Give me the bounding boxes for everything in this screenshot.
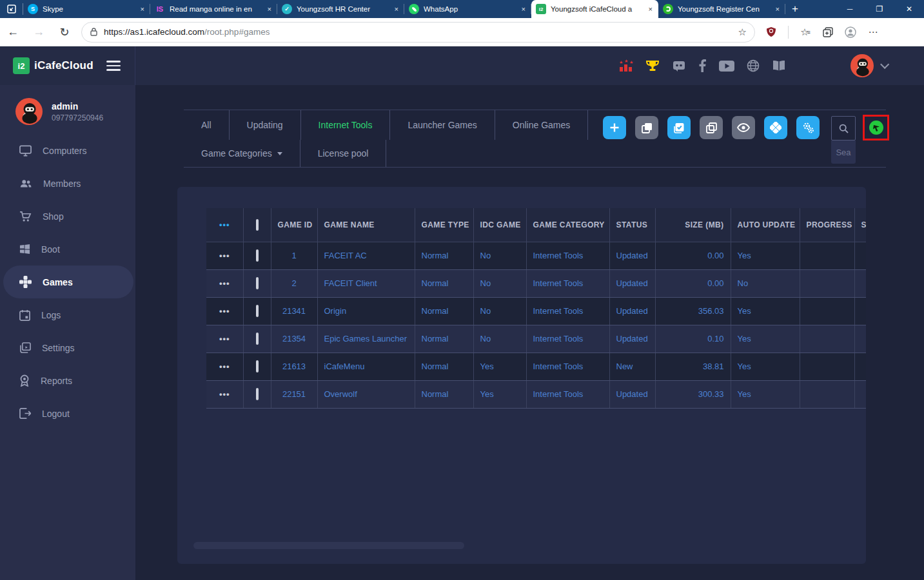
row-checkbox[interactable] bbox=[256, 333, 259, 345]
row-actions-icon[interactable]: ••• bbox=[219, 278, 230, 288]
tab-actions-icon[interactable] bbox=[0, 3, 23, 15]
discord-icon[interactable] bbox=[672, 59, 686, 72]
select-all-checkbox[interactable] bbox=[256, 219, 259, 231]
col-progress[interactable]: PROGRESS bbox=[800, 208, 854, 242]
region-globe-icon[interactable] bbox=[868, 119, 885, 136]
minimize-button[interactable]: ─ bbox=[835, 0, 865, 18]
collections-icon[interactable] bbox=[822, 26, 834, 38]
browser-tab-icafecloud[interactable]: i2 Youngzsoft iCafeCloud a × bbox=[531, 0, 658, 18]
sidebar-item-reports[interactable]: Reports bbox=[0, 364, 135, 397]
sidebar-item-shop[interactable]: Shop bbox=[0, 200, 135, 233]
cell-game-name[interactable]: Origin bbox=[317, 297, 415, 325]
col-idc-game[interactable]: IDC GAME bbox=[473, 208, 526, 242]
row-actions-icon[interactable]: ••• bbox=[219, 306, 230, 316]
sidebar-item-boot[interactable]: Boot bbox=[0, 233, 135, 266]
row-actions-icon[interactable]: ••• bbox=[219, 251, 230, 260]
search-button[interactable] bbox=[831, 116, 856, 140]
row-checkbox[interactable] bbox=[256, 249, 259, 262]
docs-book-icon[interactable] bbox=[772, 60, 786, 72]
browser-tab-whatsapp[interactable]: WhatsApp × bbox=[404, 0, 531, 18]
sidebar-item-computers[interactable]: Computers bbox=[0, 134, 135, 167]
duplicate-button[interactable] bbox=[700, 116, 723, 139]
header-actions-icon[interactable]: ••• bbox=[219, 220, 230, 229]
new-tab-button[interactable]: + bbox=[785, 0, 805, 18]
categories-grid-button[interactable] bbox=[764, 116, 787, 139]
browser-tab-manga[interactable]: IS Read manga online in en × bbox=[150, 0, 277, 18]
horizontal-scrollbar[interactable] bbox=[193, 542, 464, 549]
cell-game-name[interactable]: iCafeMenu bbox=[317, 353, 415, 380]
col-game-type[interactable]: GAME TYPE bbox=[415, 208, 473, 242]
filter-tab-updating[interactable]: Updating bbox=[230, 110, 301, 140]
cell-game-id[interactable]: 21613 bbox=[271, 353, 317, 380]
youtube-icon[interactable] bbox=[719, 61, 734, 72]
search-input[interactable]: Sea bbox=[831, 140, 856, 164]
filter-tab-launcher-games[interactable]: Launcher Games bbox=[390, 110, 495, 140]
row-actions-icon[interactable]: ••• bbox=[219, 389, 230, 399]
filter-tab-internet-tools[interactable]: Internet Tools bbox=[301, 110, 391, 140]
cell-game-name[interactable]: FACEIT AC bbox=[317, 242, 415, 269]
row-checkbox[interactable] bbox=[256, 360, 259, 372]
ranking-icon[interactable]: ★★★ bbox=[619, 59, 633, 72]
browser-menu-icon[interactable]: ⋯ bbox=[867, 26, 879, 38]
browser-tab-skype[interactable]: S Skype × bbox=[23, 0, 150, 18]
sidebar-item-logout[interactable]: Logout bbox=[0, 397, 135, 430]
refresh-button[interactable]: ↻ bbox=[52, 25, 77, 39]
hamburger-menu-icon[interactable] bbox=[106, 61, 121, 71]
globe-icon[interactable] bbox=[747, 59, 760, 72]
cell-status: New bbox=[609, 353, 655, 380]
profile-icon[interactable] bbox=[845, 26, 856, 38]
favorites-bar-icon[interactable]: ☆≡ bbox=[800, 26, 811, 38]
tab-close-icon[interactable]: × bbox=[393, 5, 400, 13]
row-actions-icon[interactable]: ••• bbox=[219, 334, 230, 343]
tab-close-icon[interactable]: × bbox=[266, 5, 273, 13]
col-truncated[interactable]: SI bbox=[854, 208, 866, 242]
url-field[interactable]: https://as1.icafecloud.com/root.php#game… bbox=[81, 22, 755, 43]
row-checkbox[interactable] bbox=[256, 305, 259, 317]
cell-game-id[interactable]: 2 bbox=[271, 269, 317, 297]
tab-close-icon[interactable]: × bbox=[774, 5, 781, 13]
row-checkbox[interactable] bbox=[256, 277, 259, 289]
browser-tab-hr-center[interactable]: ✓ Youngzsoft HR Center × bbox=[277, 0, 404, 18]
sidebar-item-members[interactable]: Members bbox=[0, 167, 135, 200]
cell-game-id[interactable]: 21341 bbox=[271, 297, 317, 325]
cell-game-name[interactable]: Overwolf bbox=[317, 380, 415, 408]
add-game-button[interactable] bbox=[603, 116, 626, 139]
cell-game-id[interactable]: 1 bbox=[271, 242, 317, 269]
cell-game-id[interactable]: 21354 bbox=[271, 325, 317, 353]
filter-tab-online-games[interactable]: Online Games bbox=[495, 110, 588, 140]
browser-tab-register-center[interactable]: Youngzsoft Register Cen × bbox=[658, 0, 785, 18]
trophy-icon[interactable] bbox=[645, 59, 660, 72]
tab-close-icon[interactable]: × bbox=[647, 5, 654, 13]
copy-games-button[interactable] bbox=[635, 116, 658, 139]
maximize-button[interactable]: ❐ bbox=[865, 0, 894, 18]
row-checkbox[interactable] bbox=[256, 388, 259, 400]
row-actions-icon[interactable]: ••• bbox=[219, 362, 230, 371]
header-user-menu[interactable] bbox=[850, 54, 887, 77]
close-button[interactable]: ✕ bbox=[894, 0, 924, 18]
col-status[interactable]: STATUS bbox=[609, 208, 655, 242]
forward-button[interactable]: → bbox=[26, 25, 52, 39]
facebook-icon[interactable] bbox=[698, 59, 707, 72]
sidebar-item-logs[interactable]: Logs bbox=[0, 298, 135, 331]
back-button[interactable]: ← bbox=[0, 25, 26, 39]
cell-game-name[interactable]: Epic Games Launcher bbox=[317, 325, 415, 353]
tab-close-icon[interactable]: × bbox=[520, 5, 527, 13]
col-game-category[interactable]: GAME CATEGORY bbox=[526, 208, 609, 242]
cell-game-name[interactable]: FACEIT Client bbox=[317, 269, 415, 297]
select-all-button[interactable] bbox=[667, 116, 691, 139]
tab-close-icon[interactable]: × bbox=[139, 5, 146, 13]
filter-dropdown-game-categories[interactable]: Game Categories bbox=[184, 140, 300, 167]
col-game-name[interactable]: GAME NAME bbox=[317, 208, 415, 242]
favorite-star-icon[interactable]: ☆ bbox=[738, 26, 747, 38]
cell-game-id[interactable]: 22151 bbox=[271, 380, 317, 408]
col-size-mb[interactable]: SIZE (MB) bbox=[655, 208, 731, 242]
show-hide-button[interactable] bbox=[732, 116, 755, 139]
filter-tab-all[interactable]: All bbox=[184, 110, 230, 140]
sidebar-item-games[interactable]: Games bbox=[3, 266, 133, 298]
col-auto-update[interactable]: AUTO UPDATE bbox=[731, 208, 800, 242]
ublock-shield-icon[interactable] bbox=[765, 26, 777, 38]
filter-tab-license-pool[interactable]: License pool bbox=[300, 140, 387, 167]
settings-gears-button[interactable] bbox=[796, 116, 820, 139]
col-game-id[interactable]: GAME ID bbox=[271, 208, 317, 242]
sidebar-item-settings[interactable]: Settings bbox=[0, 331, 135, 364]
